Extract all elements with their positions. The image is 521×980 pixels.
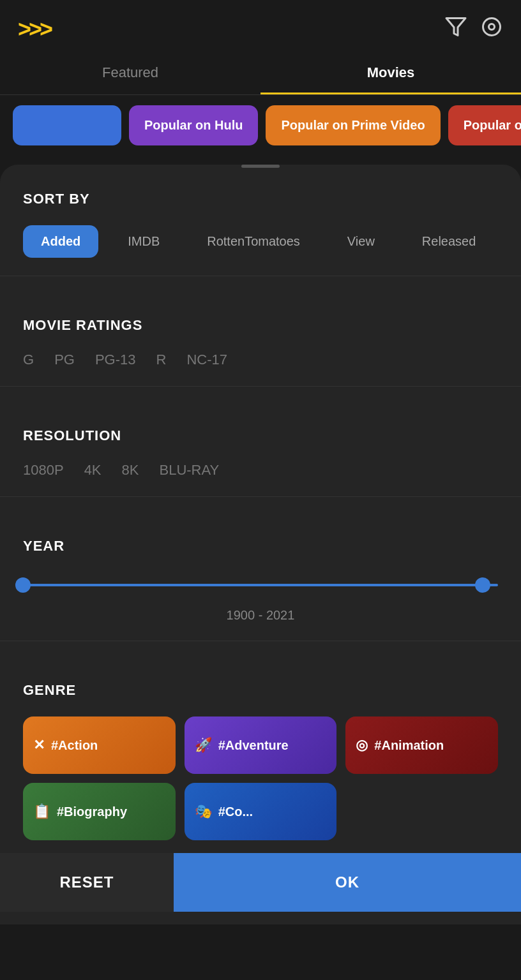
- genre-title: GENRE: [23, 682, 498, 699]
- genre-biography[interactable]: 📋 #Biography: [23, 783, 176, 840]
- genre-animation[interactable]: ◎ #Animation: [345, 716, 498, 774]
- category-chip-hbo[interactable]: Popular on HBO: [448, 105, 521, 145]
- genre-section: GENRE ✕ #Action 🚀 #Adventure ◎ #Animatio…: [0, 659, 521, 840]
- resolution-section: RESOLUTION 1080P 4K 8K BLU-RAY: [0, 405, 521, 479]
- svg-marker-0: [446, 19, 465, 36]
- comedy-icon: 🎭: [195, 803, 212, 820]
- year-range-label: 1900 - 2021: [23, 608, 498, 623]
- category-chip-hulu[interactable]: Popular on Hulu: [129, 105, 258, 145]
- sort-released[interactable]: Released: [404, 225, 494, 258]
- settings-icon[interactable]: [480, 15, 503, 43]
- animation-icon: ◎: [356, 737, 368, 754]
- sort-by-title: SORT BY: [23, 191, 498, 207]
- rating-pg[interactable]: PG: [54, 352, 75, 368]
- bottom-action-bar: RESET OK: [0, 853, 521, 912]
- sort-by-section: SORT BY Added IMDB RottenTomatoes View R…: [0, 168, 521, 258]
- filter-sheet: SORT BY Added IMDB RottenTomatoes View R…: [0, 165, 521, 924]
- res-8k[interactable]: 8K: [122, 462, 139, 479]
- genre-action[interactable]: ✕ #Action: [23, 716, 176, 774]
- genre-grid: ✕ #Action 🚀 #Adventure ◎ #Animation 📋 #B…: [23, 716, 498, 840]
- header-actions: [444, 15, 503, 43]
- biography-icon: 📋: [33, 803, 50, 820]
- reset-button[interactable]: RESET: [0, 853, 174, 912]
- logo-symbol: >>>: [18, 16, 50, 43]
- year-section: YEAR 1900 - 2021: [0, 515, 521, 623]
- slider-track: [23, 584, 498, 586]
- tab-featured[interactable]: Featured: [0, 53, 260, 94]
- svg-point-2: [489, 24, 495, 30]
- category-chip-0[interactable]: [13, 105, 121, 145]
- rating-g[interactable]: G: [23, 352, 34, 368]
- sort-rottentomatoes[interactable]: RottenTomatoes: [189, 225, 318, 258]
- sort-imdb[interactable]: IMDB: [110, 225, 177, 258]
- resolution-title: RESOLUTION: [23, 427, 498, 444]
- ok-button[interactable]: OK: [174, 853, 521, 912]
- rating-pg13[interactable]: PG-13: [95, 352, 136, 368]
- category-chip-prime[interactable]: Popular on Prime Video: [266, 105, 440, 145]
- adventure-icon: 🚀: [195, 737, 212, 754]
- tab-movies[interactable]: Movies: [260, 53, 521, 94]
- year-title: YEAR: [23, 538, 498, 554]
- sort-view[interactable]: View: [329, 225, 393, 258]
- rating-r[interactable]: R: [156, 352, 167, 368]
- rating-chips-container: G PG PG-13 R NC-17: [23, 352, 498, 368]
- movie-ratings-section: MOVIE RATINGS G PG PG-13 R NC-17: [0, 294, 521, 368]
- filter-icon[interactable]: [444, 15, 467, 43]
- genre-adventure[interactable]: 🚀 #Adventure: [185, 716, 337, 774]
- res-bluray[interactable]: BLU-RAY: [159, 462, 219, 479]
- movie-ratings-title: MOVIE RATINGS: [23, 317, 498, 334]
- slider-thumb-right[interactable]: [475, 577, 490, 593]
- svg-point-1: [483, 19, 501, 36]
- res-4k[interactable]: 4K: [84, 462, 102, 479]
- app-header: >>>: [0, 0, 521, 53]
- sort-chips-container: Added IMDB RottenTomatoes View Released: [23, 225, 498, 258]
- category-strip: Popular on Hulu Popular on Prime Video P…: [0, 95, 521, 156]
- resolution-chips-container: 1080P 4K 8K BLU-RAY: [23, 462, 498, 479]
- app-logo: >>>: [18, 16, 50, 43]
- action-icon: ✕: [33, 737, 45, 754]
- rating-nc17[interactable]: NC-17: [186, 352, 227, 368]
- res-1080p[interactable]: 1080P: [23, 462, 64, 479]
- sort-added[interactable]: Added: [23, 225, 98, 258]
- year-slider[interactable]: [23, 572, 498, 598]
- genre-comedy[interactable]: 🎭 #Co...: [185, 783, 337, 840]
- slider-thumb-left[interactable]: [15, 577, 31, 593]
- tab-bar: Featured Movies: [0, 53, 521, 95]
